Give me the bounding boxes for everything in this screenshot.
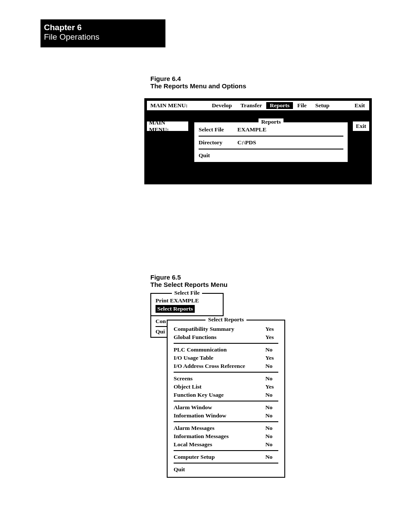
report-option-value: Yes — [265, 383, 278, 390]
report-option-row[interactable]: ScreensNo — [174, 374, 278, 383]
report-option-row[interactable]: Alarm MessagesNo — [174, 424, 278, 432]
quit-label: Quit — [199, 152, 210, 159]
divider — [174, 372, 278, 373]
main-menu-label: MAIN MENU: — [147, 102, 191, 109]
figure-6-5-caption: Figure 6.5 The Select Reports Menu — [150, 274, 227, 288]
sub-main-menu-text: MAIN MENU: — [149, 119, 186, 133]
report-option-label: Compatibility Summary — [174, 326, 265, 333]
select-reports-quit[interactable]: Quit — [174, 465, 278, 473]
reports-select-file-row[interactable]: Select File EXAMPLE — [199, 125, 343, 134]
report-option-value: No — [265, 392, 278, 398]
report-option-row[interactable]: Global FunctionsYes — [174, 333, 278, 341]
figure-6-4-title: The Reports Menu and Options — [150, 82, 246, 90]
report-option-label: Global Functions — [174, 334, 265, 341]
quit-label: Quit — [174, 466, 278, 473]
report-option-value: No — [265, 433, 278, 440]
report-option-label: Screens — [174, 375, 265, 382]
report-option-label: Alarm Messages — [174, 425, 265, 432]
menu-transfer[interactable]: Transfer — [236, 102, 266, 109]
report-option-row[interactable]: PLC CommunicationNo — [174, 345, 278, 354]
print-row[interactable]: Print EXAMPLE — [156, 297, 218, 305]
chapter-number: Chapter 6 — [44, 23, 165, 32]
report-option-label: I/O Address Cross Reference — [174, 363, 265, 370]
reports-panel-title: Reports — [258, 118, 283, 125]
sub-exit-label: Exit — [356, 123, 366, 130]
report-option-row[interactable]: Computer SetupNo — [174, 453, 278, 461]
report-option-row[interactable]: Information MessagesNo — [174, 432, 278, 440]
reports-directory-row[interactable]: Directory C:\PDS — [199, 138, 343, 147]
report-option-row[interactable]: Alarm WindowNo — [174, 403, 278, 411]
select-file-label: Select File — [199, 126, 237, 133]
reports-dropdown-panel: Reports Select File EXAMPLE Directory C:… — [193, 121, 349, 163]
figure-6-4: MAIN MENU: Develop Transfer Reports File… — [144, 98, 372, 184]
report-option-label: Object List — [174, 383, 265, 390]
report-option-value: Yes — [265, 326, 278, 333]
figure-6-4-caption: Figure 6.4 The Reports Menu and Options — [150, 75, 246, 90]
menu-develop[interactable]: Develop — [208, 102, 237, 109]
sub-exit-button[interactable]: Exit — [353, 121, 369, 131]
report-option-row[interactable]: Function Key UsageNo — [174, 391, 278, 399]
report-option-value: No — [265, 375, 278, 382]
report-option-label: Function Key Usage — [174, 392, 265, 398]
divider — [174, 401, 278, 401]
select-file-value: EXAMPLE — [237, 126, 267, 133]
report-option-value: No — [265, 425, 278, 432]
report-option-row[interactable]: Information WindowNo — [174, 411, 278, 420]
report-option-label: Computer Setup — [174, 454, 265, 460]
menu-reports[interactable]: Reports — [266, 102, 293, 109]
report-option-row[interactable]: I/O Address Cross ReferenceNo — [174, 362, 278, 370]
menu-setup[interactable]: Setup — [311, 102, 334, 109]
directory-label: Directory — [199, 139, 237, 146]
report-option-label: Local Messages — [174, 441, 265, 448]
report-option-row[interactable]: Object ListYes — [174, 383, 278, 391]
divider — [174, 421, 278, 422]
figure-6-5-number: Figure 6.5 — [150, 274, 227, 281]
select-reports-panel-title: Select Reports — [206, 316, 246, 323]
print-value: EXAMPLE — [170, 297, 199, 304]
menu-file[interactable]: File — [293, 102, 311, 109]
print-label: Print — [156, 297, 168, 304]
select-file-panel-title: Select File — [172, 289, 202, 296]
report-option-label: Information Messages — [174, 433, 265, 440]
report-option-label: Alarm Window — [174, 404, 265, 411]
chapter-title: File Operations — [44, 32, 165, 42]
report-option-value: No — [265, 441, 278, 448]
divider — [174, 463, 278, 464]
report-option-value: Yes — [265, 355, 278, 361]
divider — [199, 136, 343, 137]
select-reports-highlight[interactable]: Select Reports — [156, 305, 195, 313]
select-file-panel: Select File Print EXAMPLE Select Reports — [150, 293, 224, 316]
divider — [174, 343, 278, 344]
report-option-row[interactable]: Local MessagesNo — [174, 440, 278, 448]
report-option-label: Information Window — [174, 412, 265, 419]
figure-6-5: Select File Print EXAMPLE Select Reports… — [150, 293, 288, 338]
report-option-label: I/O Usage Table — [174, 355, 265, 361]
report-option-row[interactable]: I/O Usage TableYes — [174, 354, 278, 362]
report-option-value: No — [265, 412, 278, 419]
divider — [174, 450, 278, 451]
select-reports-panel: Select Reports Compatibility SummaryYesG… — [167, 320, 285, 478]
figure-6-4-number: Figure 6.4 — [150, 75, 246, 82]
reports-quit-row[interactable]: Quit — [199, 151, 343, 160]
figure-6-5-title: The Select Reports Menu — [150, 281, 227, 288]
report-option-value: Yes — [265, 334, 278, 341]
report-option-row[interactable]: Compatibility SummaryYes — [174, 325, 278, 333]
report-option-value: No — [265, 363, 278, 370]
directory-value: C:\PDS — [237, 139, 256, 146]
sub-main-menu-label: MAIN MENU: — [147, 121, 188, 131]
report-option-label: PLC Communication — [174, 346, 265, 353]
report-option-value: No — [265, 404, 278, 411]
report-option-value: No — [265, 346, 278, 353]
main-menu-bar: MAIN MENU: Develop Transfer Reports File… — [147, 101, 369, 110]
chapter-header: Chapter 6 File Operations — [40, 19, 165, 47]
report-option-value: No — [265, 454, 278, 460]
menu-exit[interactable]: Exit — [350, 102, 369, 109]
divider — [199, 149, 343, 149]
